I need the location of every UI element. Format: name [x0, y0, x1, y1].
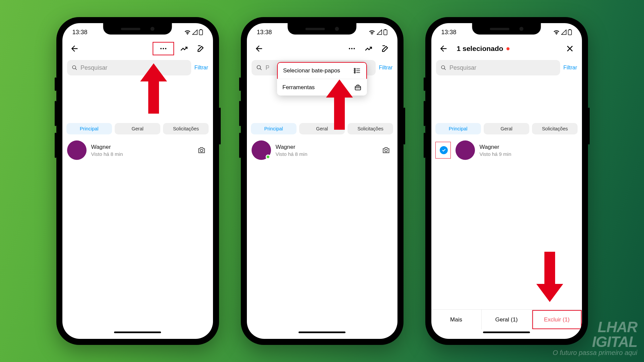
phone-1: 13:38 [56, 17, 219, 345]
online-dot [266, 155, 270, 159]
watermark-line2: IGITAL [553, 335, 637, 349]
annotation-arrow [321, 79, 358, 133]
svg-rect-18 [568, 30, 572, 35]
signal-icon [192, 29, 198, 35]
svg-point-9 [349, 48, 350, 49]
search-input[interactable] [449, 64, 555, 71]
chat-subtext: Visto há 8 min [276, 151, 375, 157]
svg-rect-1 [200, 29, 202, 30]
filter-link[interactable]: Filtrar [195, 65, 208, 71]
topbar [247, 39, 397, 58]
compose-button[interactable] [194, 42, 208, 55]
watermark-line1: LHAR [553, 320, 637, 335]
signal-icon [561, 29, 567, 35]
status-icons [369, 29, 387, 35]
chat-name: Wagner [480, 144, 577, 150]
check-icon [441, 148, 446, 153]
search-icon [441, 65, 446, 71]
side-button [55, 133, 56, 158]
svg-point-14 [354, 70, 356, 71]
trending-button[interactable] [177, 42, 191, 55]
search-row: Filtrar [431, 58, 582, 77]
tab-solicitacoes[interactable]: Solicitações [163, 123, 209, 134]
topbar-selection: 1 selecionado [431, 39, 582, 58]
search-box[interactable] [67, 60, 191, 75]
status-time: 13:38 [257, 29, 272, 36]
compose-icon [197, 44, 205, 53]
back-button[interactable] [437, 42, 450, 55]
search-box[interactable] [436, 60, 560, 75]
wifi-icon [369, 29, 375, 35]
filter-link[interactable]: Filtrar [564, 65, 577, 71]
close-button[interactable] [563, 42, 577, 55]
svg-point-4 [165, 48, 166, 49]
back-button[interactable] [68, 42, 81, 55]
tab-principal[interactable]: Principal [251, 123, 297, 134]
svg-point-17 [385, 149, 387, 152]
side-button [424, 133, 425, 158]
avatar[interactable] [67, 140, 87, 160]
selected-checkbox[interactable] [440, 146, 448, 154]
action-more[interactable]: Mais [431, 310, 482, 329]
chat-subtext: Visto há 8 min [91, 151, 190, 157]
menu-label: Selecionar bate-papos [283, 67, 340, 74]
tab-geral[interactable]: Geral [484, 123, 529, 134]
battery-icon [383, 29, 387, 35]
status-time: 13:38 [72, 29, 88, 36]
chat-row[interactable]: Wagner Visto há 8 min [247, 137, 397, 163]
avatar[interactable] [252, 140, 271, 160]
status-time: 13:38 [441, 29, 457, 36]
tab-principal[interactable]: Principal [66, 123, 112, 134]
action-general[interactable]: Geral (1) [482, 310, 532, 329]
status-icons [553, 29, 572, 35]
trending-icon [364, 44, 373, 53]
camera-button[interactable] [195, 143, 208, 157]
phone-3: 13:38 1 selecionado [425, 17, 588, 345]
svg-point-6 [200, 149, 203, 152]
chat-subtext: Visto há 9 min [480, 151, 577, 157]
close-icon [566, 44, 574, 53]
annotation-arrow [135, 63, 172, 117]
chat-row[interactable]: Wagner Visto há 8 min [62, 137, 213, 163]
svg-rect-0 [199, 30, 203, 35]
filter-link[interactable]: Filtrar [379, 65, 393, 71]
wifi-icon [553, 29, 560, 35]
battery-icon [199, 29, 203, 35]
chat-row-selected[interactable]: Wagner Visto há 9 min [431, 137, 582, 163]
back-button[interactable] [252, 42, 266, 55]
arrow-left-icon [439, 44, 448, 53]
camera-button[interactable] [379, 143, 393, 157]
topbar [62, 39, 213, 58]
notch [288, 23, 357, 35]
phone-2: 13:38 [241, 17, 404, 345]
tab-solicitacoes[interactable]: Solicitações [532, 123, 578, 134]
camera-icon [382, 146, 390, 155]
compose-button[interactable] [379, 42, 392, 55]
side-button [424, 77, 425, 91]
search-input[interactable] [266, 64, 269, 71]
avatar[interactable] [455, 140, 475, 160]
tab-geral[interactable]: Geral [115, 123, 160, 134]
svg-point-3 [163, 48, 164, 49]
svg-rect-8 [385, 29, 386, 30]
svg-point-12 [257, 65, 261, 69]
signal-icon [377, 29, 382, 35]
svg-point-2 [160, 48, 162, 49]
screen-1: 13:38 [62, 23, 213, 339]
watermark: LHAR IGITAL O futuro passa primeiro aqui [553, 320, 637, 356]
dots-icon [348, 45, 356, 53]
tab-principal[interactable]: Principal [435, 123, 481, 134]
side-button [404, 108, 405, 144]
more-button[interactable] [153, 42, 174, 55]
trending-button[interactable] [362, 42, 375, 55]
svg-point-5 [72, 66, 76, 69]
unread-dot-icon [506, 47, 509, 50]
annotation-arrow [531, 248, 569, 302]
chat-name: Wagner [91, 144, 190, 150]
svg-point-15 [354, 72, 356, 73]
more-button[interactable] [345, 42, 359, 55]
svg-rect-19 [569, 29, 571, 30]
watermark-sub: O futuro passa primeiro aqui [553, 349, 637, 356]
wifi-icon [184, 29, 191, 35]
menu-select-chats[interactable]: Selecionar bate-papos [277, 62, 367, 79]
